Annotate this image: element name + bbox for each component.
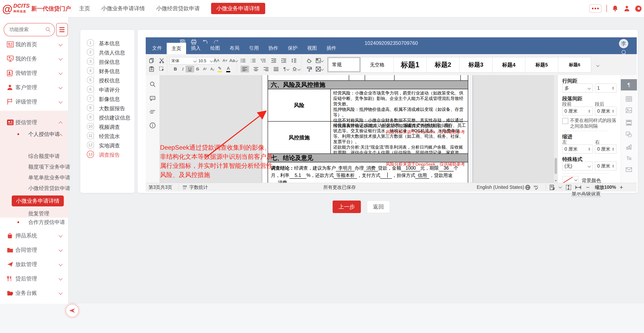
- grow-font-icon[interactable]: A˄: [212, 57, 221, 64]
- language-select[interactable]: English (United States): [477, 183, 530, 192]
- conclusion-paragraph[interactable]: 调查结论：经调查，建议为客户李明月办理消费贷款，金额1000元，期限36个月，利…: [268, 162, 468, 183]
- line-spacing-select[interactable]: 多: [562, 84, 592, 93]
- step-item-3[interactable]: 3担保信息: [80, 57, 134, 66]
- sidebar-item-ledger[interactable]: 业务台账: [0, 287, 68, 299]
- user-icon[interactable]: [624, 5, 630, 12]
- eraser-icon[interactable]: [305, 57, 314, 64]
- zoom-out-button[interactable]: −: [586, 183, 590, 192]
- more-actions-button[interactable]: [589, 4, 602, 13]
- sidebar-item-micro-detail-active[interactable]: 小微业务申请详情: [12, 195, 64, 206]
- gear-icon[interactable]: [635, 5, 642, 12]
- paragraph-mark-icon[interactable]: ¶: [282, 66, 290, 73]
- styles-gallery-chevron-icon[interactable]: [593, 62, 601, 69]
- no-space-checkbox[interactable]: [562, 118, 568, 124]
- field-amount[interactable]: 1000: [401, 165, 420, 171]
- superscript-icon[interactable]: A²: [200, 66, 209, 73]
- shrink-font-icon[interactable]: A˅: [221, 57, 229, 64]
- prev-step-button[interactable]: 上一步: [332, 201, 361, 213]
- highlight-color-icon[interactable]: ✎: [216, 66, 224, 73]
- bell-icon[interactable]: [612, 5, 618, 12]
- tab-micro-loan-apply[interactable]: 小微经营贷款申请: [156, 5, 200, 12]
- sidebar-item-my-tasks[interactable]: 我的任务: [0, 53, 68, 64]
- sidebar-item-single-batch[interactable]: 单笔单批业务申请: [28, 174, 70, 181]
- menu-toggle-button[interactable]: [56, 23, 68, 36]
- page-indicator[interactable]: 第3页共3页: [148, 183, 172, 192]
- sidebar-item-disbursement[interactable]: 放款管理: [0, 259, 68, 270]
- menu-protection[interactable]: 保护: [283, 43, 302, 53]
- sidebar-item-rating[interactable]: 评级管理: [0, 96, 68, 107]
- menu-plugins[interactable]: 插件: [322, 43, 341, 53]
- image-panel-icon[interactable]: [624, 106, 633, 115]
- step-item-11[interactable]: 11经营流水: [80, 131, 134, 140]
- style-heading4[interactable]: 标题4: [492, 57, 525, 73]
- header-footer-panel-icon[interactable]: [624, 118, 633, 127]
- sidebar-item-customers[interactable]: 客户管理: [0, 82, 68, 93]
- decrease-indent-icon[interactable]: [270, 57, 278, 64]
- sidebar-item-collateral[interactable]: 押品系统: [0, 230, 68, 241]
- theme-colors-icon[interactable]: [315, 57, 324, 64]
- cut-icon[interactable]: [158, 57, 166, 64]
- zoom-level[interactable]: 缩放100%: [595, 183, 616, 192]
- step-item-13-active[interactable]: 13调查报告: [80, 150, 134, 159]
- style-heading1[interactable]: 标题1: [394, 57, 427, 73]
- align-right-icon[interactable]: [262, 66, 270, 73]
- step-item-12[interactable]: 12实地调查: [80, 140, 134, 150]
- font-name-select[interactable]: 宋体: [170, 57, 198, 64]
- comments-icon[interactable]: [149, 95, 156, 102]
- line-spacing-value[interactable]: 1: [595, 84, 616, 93]
- info-icon[interactable]: [149, 122, 156, 129]
- word-count[interactable]: 123 字数统计: [182, 183, 208, 192]
- sidebar-item-contract[interactable]: 合同管理: [0, 244, 68, 256]
- step-item-6[interactable]: 6申请评分: [80, 85, 134, 94]
- shape-panel-icon[interactable]: [624, 130, 633, 139]
- field-repayment-method[interactable]: 等额本析: [334, 172, 357, 179]
- zoom-in-button[interactable]: +: [620, 183, 623, 192]
- scroll-down-button[interactable]: [554, 179, 558, 183]
- collapse-float-button[interactable]: [66, 304, 79, 317]
- fit-width-icon[interactable]: [575, 183, 581, 192]
- menu-references[interactable]: 引用: [244, 43, 264, 53]
- sidebar-item-post-loan[interactable]: 贷后管理: [0, 273, 68, 284]
- sidebar-item-credit-mgmt[interactable]: 授信管理: [0, 117, 68, 128]
- subscript-icon[interactable]: A₂: [208, 66, 216, 73]
- avatar[interactable]: 李: [619, 39, 628, 48]
- line-spacing-icon[interactable]: [290, 57, 298, 64]
- menu-view[interactable]: 视图: [302, 43, 322, 53]
- field-guarantee-method[interactable]: 信用: [415, 172, 429, 179]
- indent-left-input[interactable]: 0 厘米: [562, 145, 592, 153]
- sidebar-item-personal-credit[interactable]: 个人授信申请: [0, 129, 68, 139]
- sidebar-item-partner-credit[interactable]: 合作方授信申请: [0, 217, 68, 227]
- step-item-7[interactable]: 7影像信息: [80, 94, 134, 103]
- search-icon[interactable]: [45, 27, 51, 32]
- multilevel-list-icon[interactable]: [259, 57, 268, 64]
- frame-icon[interactable]: [315, 66, 324, 73]
- spacing-before-input[interactable]: 0 厘米: [562, 107, 592, 116]
- sidebar-item-marketing[interactable]: 营销管理: [0, 68, 68, 79]
- style-heading6[interactable]: 标题6: [558, 57, 591, 73]
- sidebar-item-my-home[interactable]: 我的首页: [0, 39, 68, 50]
- editor-search-icon[interactable]: [621, 50, 627, 56]
- menu-insert[interactable]: 插入: [186, 43, 206, 53]
- align-left-icon[interactable]: [240, 66, 249, 73]
- sidebar-item-comprehensive-quota[interactable]: 综合额度申请: [28, 153, 60, 160]
- tab-micro-detail-active[interactable]: 小微业务申请详情: [211, 3, 265, 14]
- spellcheck-icon[interactable]: ABC: [534, 183, 540, 192]
- field-customer-name[interactable]: 李明月: [336, 165, 354, 171]
- step-item-8[interactable]: 8大数据报告: [80, 103, 134, 113]
- find-icon[interactable]: [149, 81, 156, 88]
- globe-icon[interactable]: [525, 183, 530, 192]
- step-item-9[interactable]: 9授信建议信息: [80, 113, 134, 122]
- align-center-icon[interactable]: [252, 66, 260, 73]
- back-button[interactable]: 返回: [367, 201, 390, 213]
- step-item-10[interactable]: 10视频调查: [80, 122, 134, 131]
- text-art-panel-icon[interactable]: Ta: [624, 154, 633, 163]
- spacing-after-input[interactable]: 0 厘米: [595, 107, 616, 116]
- search-input[interactable]: [9, 26, 44, 34]
- style-heading2[interactable]: 标题2: [426, 57, 460, 73]
- style-heading5[interactable]: 标题5: [525, 57, 558, 73]
- field-term[interactable]: 36: [439, 165, 454, 171]
- bullet-list-icon[interactable]: [239, 57, 248, 64]
- document-page[interactable]: 六、风险及风控措施 风险 经营风险：小微企业市场竞争力弱，易受行业波动（如政策变…: [262, 75, 472, 183]
- sidebar-item-under-quota[interactable]: 额度项下业务申请: [28, 163, 70, 170]
- bold-icon[interactable]: B: [171, 66, 180, 73]
